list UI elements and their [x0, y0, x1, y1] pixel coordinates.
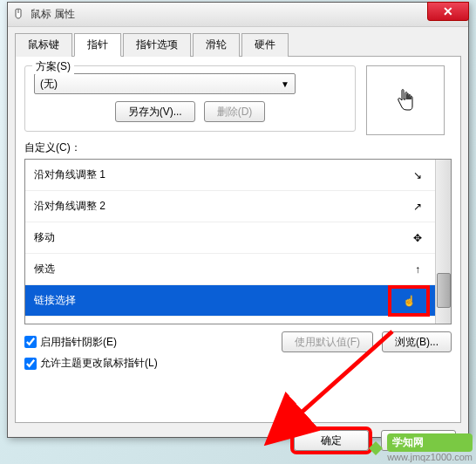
list-item[interactable]: 沿对角线调整 1 ↘ — [25, 160, 435, 191]
watermark: 学知网 www.jmqz1000.com — [368, 433, 473, 462]
use-default-button: 使用默认值(F) — [282, 331, 373, 352]
list-item[interactable]: 候选 ↑ — [25, 254, 435, 285]
ok-button[interactable]: 确定 — [294, 430, 369, 451]
save-as-button[interactable]: 另存为(V)... — [115, 101, 195, 122]
scheme-label: 方案(S) — [32, 59, 74, 74]
scheme-combobox[interactable]: (无) ▼ — [34, 73, 296, 94]
list-body[interactable]: 沿对角线调整 1 ↘ 沿对角线调整 2 ↗ 移动 ✥ 候选 ↑ 链接选择 ☝ — [25, 160, 435, 324]
delete-button: 删除(D) — [204, 101, 266, 122]
theme-label: 允许主题更改鼠标指针(L) — [40, 356, 158, 371]
checkbox-group: 启用指针阴影(E) 使用默认值(F) 浏览(B)... 允许主题更改鼠标指针(L… — [24, 331, 452, 371]
scrollbar[interactable] — [435, 160, 451, 324]
scheme-group: 方案(S) (无) ▼ 另存为(V)... 删除(D) — [24, 65, 356, 132]
theme-checkbox[interactable] — [24, 358, 37, 370]
tab-strip: 鼠标键 指针 指针选项 滑轮 硬件 — [15, 32, 461, 57]
shadow-label: 启用指针阴影(E) — [40, 335, 117, 350]
close-button[interactable]: ✕ — [427, 2, 469, 21]
item-label: 候选 — [34, 262, 55, 276]
dialog-window: 鼠标 属性 ✕ 鼠标键 指针 指针选项 滑轮 硬件 方案(S) (无) ▼ 另存… — [7, 2, 469, 438]
move-icon: ✥ — [409, 232, 426, 244]
scheme-value: (无) — [40, 77, 58, 92]
custom-label: 自定义(C)： — [24, 140, 452, 155]
scroll-thumb[interactable] — [437, 273, 451, 308]
tab-buttons[interactable]: 鼠标键 — [15, 33, 72, 57]
resize-nwse-icon: ↘ — [409, 169, 426, 181]
item-label: 沿对角线调整 1 — [34, 167, 105, 182]
tab-panel: 方案(S) (无) ▼ 另存为(V)... 删除(D) 自定义(C)： 沿对角线… — [15, 57, 461, 423]
resize-nesw-icon: ↗ — [409, 201, 426, 213]
item-label: 链接选择 — [34, 293, 76, 308]
cursor-preview — [366, 65, 445, 135]
list-item-selected[interactable]: 链接选择 ☝ — [25, 285, 435, 317]
item-label: 移动 — [34, 230, 55, 245]
window-title: 鼠标 属性 — [31, 7, 465, 22]
cursor-list: 沿对角线调整 1 ↘ 沿对角线调整 2 ↗ 移动 ✥ 候选 ↑ 链接选择 ☝ — [24, 159, 452, 324]
watermark-url: www.jmqz1000.com — [387, 452, 473, 462]
watermark-logo: 学知网 — [387, 433, 473, 452]
chevron-down-icon: ▼ — [281, 79, 289, 89]
tab-pointer-options[interactable]: 指针选项 — [123, 33, 191, 57]
titlebar: 鼠标 属性 ✕ — [8, 3, 468, 27]
tab-hardware[interactable]: 硬件 — [241, 33, 289, 57]
browse-button[interactable]: 浏览(B)... — [382, 331, 452, 352]
shadow-checkbox[interactable] — [24, 336, 37, 348]
mouse-icon — [11, 8, 25, 22]
diamond-icon — [368, 440, 384, 456]
list-item[interactable]: 沿对角线调整 2 ↗ — [25, 191, 435, 222]
tab-wheel[interactable]: 滑轮 — [193, 33, 240, 57]
hand-icon: ☝ — [391, 289, 426, 313]
hand-cursor-icon — [395, 88, 416, 113]
item-label: 沿对角线调整 2 — [34, 199, 105, 214]
up-arrow-icon: ↑ — [409, 263, 426, 276]
list-item[interactable]: 移动 ✥ — [25, 222, 435, 254]
tab-pointers[interactable]: 指针 — [74, 33, 121, 57]
